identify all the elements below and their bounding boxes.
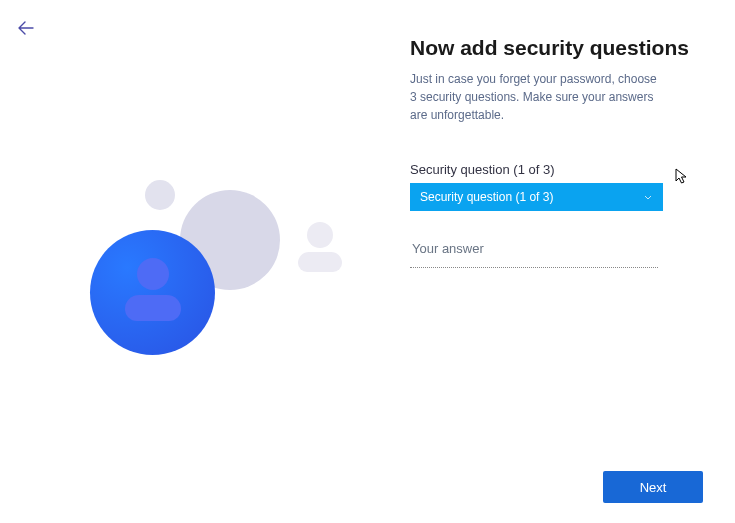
next-button[interactable]: Next bbox=[603, 471, 703, 503]
form-panel: Now add security questions Just in case … bbox=[410, 36, 700, 268]
answer-field-wrapper bbox=[410, 235, 658, 268]
page-title: Now add security questions bbox=[410, 36, 700, 60]
dropdown-selected-text: Security question (1 of 3) bbox=[420, 190, 643, 204]
decorative-circle-small bbox=[145, 180, 175, 210]
back-button[interactable] bbox=[16, 18, 36, 38]
answer-input[interactable] bbox=[410, 235, 658, 262]
security-question-label: Security question (1 of 3) bbox=[410, 162, 700, 177]
chevron-down-icon bbox=[643, 192, 653, 202]
user-illustration bbox=[90, 180, 290, 380]
security-question-dropdown[interactable]: Security question (1 of 3) bbox=[410, 183, 663, 211]
avatar-icon-front bbox=[120, 258, 185, 323]
avatar-icon-back bbox=[295, 222, 345, 272]
decorative-circle-front bbox=[90, 230, 215, 355]
arrow-left-icon bbox=[18, 21, 34, 35]
page-description: Just in case you forget your password, c… bbox=[410, 70, 660, 124]
